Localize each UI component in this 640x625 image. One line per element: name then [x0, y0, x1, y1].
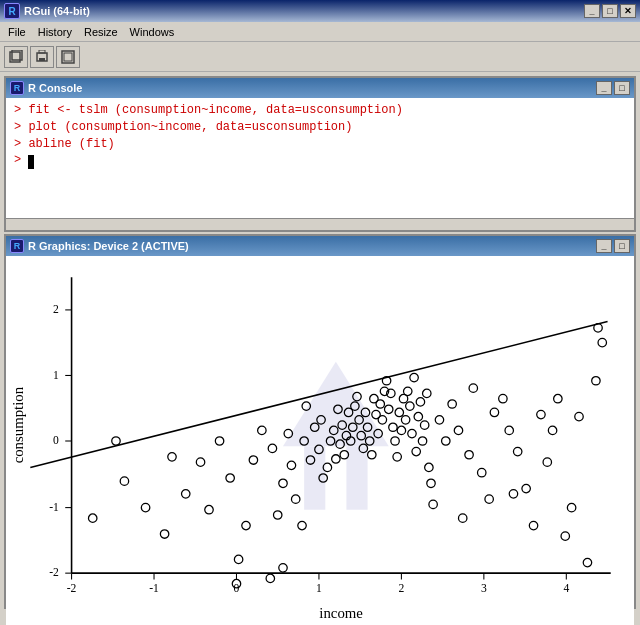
- svg-point-127: [485, 495, 493, 503]
- svg-point-130: [505, 426, 513, 434]
- svg-point-125: [469, 384, 477, 392]
- svg-text:0: 0: [53, 434, 59, 447]
- svg-text:-2: -2: [67, 582, 77, 595]
- svg-text:2: 2: [398, 582, 404, 595]
- console-line-3: > abline (fit): [14, 136, 626, 153]
- svg-point-119: [435, 416, 443, 424]
- app-icon: R: [4, 3, 20, 19]
- svg-point-40: [112, 437, 120, 445]
- svg-point-99: [389, 423, 397, 431]
- svg-point-42: [141, 503, 149, 511]
- svg-point-132: [513, 447, 521, 455]
- svg-text:2: 2: [53, 303, 59, 316]
- svg-text:income: income: [319, 605, 363, 621]
- svg-point-145: [594, 324, 602, 332]
- svg-point-111: [414, 412, 422, 420]
- svg-point-41: [120, 477, 128, 485]
- console-body[interactable]: > fit <- tslm (consumption~income, data=…: [6, 98, 634, 218]
- graphics-window: R R Graphics: Device 2 (ACTIVE) _ □ -2: [4, 234, 636, 609]
- svg-point-101: [393, 453, 401, 461]
- menu-history[interactable]: History: [32, 24, 78, 40]
- console-minimize[interactable]: _: [596, 81, 612, 95]
- svg-point-116: [425, 463, 433, 471]
- toolbar-btn-1[interactable]: [4, 46, 28, 68]
- svg-point-126: [478, 468, 486, 476]
- svg-point-136: [543, 458, 551, 466]
- console-icon: R: [10, 81, 24, 95]
- graphics-title-bar: R R Graphics: Device 2 (ACTIVE) _ □: [6, 236, 634, 256]
- svg-point-118: [429, 500, 437, 508]
- graphics-maximize[interactable]: □: [614, 239, 630, 253]
- graphics-title: R Graphics: Device 2 (ACTIVE): [28, 240, 596, 252]
- graphics-icon: R: [10, 239, 24, 253]
- console-window: R R Console _ □ > fit <- tslm (consumpti…: [4, 76, 636, 232]
- svg-point-103: [397, 426, 405, 434]
- svg-rect-8: [304, 446, 325, 509]
- app-title: RGui (64-bit): [24, 5, 584, 17]
- svg-point-53: [258, 426, 266, 434]
- svg-rect-6: [64, 53, 72, 61]
- console-cursor: [28, 155, 34, 169]
- graphics-minimize[interactable]: _: [596, 239, 612, 253]
- console-line-1: > fit <- tslm (consumption~income, data=…: [14, 102, 626, 119]
- svg-point-51: [242, 521, 250, 529]
- svg-rect-4: [39, 58, 45, 61]
- svg-point-55: [268, 444, 276, 452]
- title-bar: R RGui (64-bit) _ □ ✕: [0, 0, 640, 22]
- svg-text:-1: -1: [49, 501, 59, 514]
- svg-point-61: [298, 521, 306, 529]
- svg-point-93: [376, 400, 384, 408]
- svg-text:3: 3: [481, 582, 487, 595]
- svg-point-50: [234, 555, 242, 563]
- title-bar-controls: _ □ ✕: [584, 4, 636, 18]
- svg-point-143: [592, 377, 600, 385]
- console-scrollbar[interactable]: [6, 218, 634, 230]
- toolbar: [0, 42, 640, 72]
- svg-point-49: [226, 474, 234, 482]
- toolbar-btn-3[interactable]: [56, 46, 80, 68]
- svg-point-56: [273, 511, 281, 519]
- graphics-body: -2 -1 0 1 2 3 4 -2 -1 0 1 2: [6, 256, 634, 625]
- svg-point-39: [88, 514, 96, 522]
- toolbar-btn-2[interactable]: [30, 46, 54, 68]
- svg-text:1: 1: [53, 369, 59, 382]
- menu-file[interactable]: File: [2, 24, 32, 40]
- svg-point-46: [196, 458, 204, 466]
- svg-point-48: [215, 437, 223, 445]
- svg-point-124: [465, 451, 473, 459]
- svg-point-60: [291, 495, 299, 503]
- svg-point-131: [509, 490, 517, 498]
- menu-resize[interactable]: Resize: [78, 24, 124, 40]
- svg-point-72: [332, 455, 340, 463]
- svg-point-109: [410, 373, 418, 381]
- svg-point-43: [160, 530, 168, 538]
- graphics-controls: _ □: [596, 239, 630, 253]
- menu-windows[interactable]: Windows: [124, 24, 181, 40]
- svg-point-94: [378, 416, 386, 424]
- svg-point-45: [182, 490, 190, 498]
- menu-bar: File History Resize Windows: [0, 22, 640, 42]
- svg-point-107: [406, 402, 414, 410]
- svg-point-121: [448, 400, 456, 408]
- svg-point-122: [454, 426, 462, 434]
- svg-point-123: [458, 514, 466, 522]
- svg-point-110: [412, 447, 420, 455]
- minimize-button[interactable]: _: [584, 4, 600, 18]
- console-line-4: >: [14, 152, 626, 169]
- maximize-button[interactable]: □: [602, 4, 618, 18]
- svg-point-106: [404, 387, 412, 395]
- close-button[interactable]: ✕: [620, 4, 636, 18]
- svg-point-135: [537, 410, 545, 418]
- svg-point-139: [561, 532, 569, 540]
- svg-point-44: [168, 453, 176, 461]
- svg-point-89: [368, 451, 376, 459]
- console-maximize[interactable]: □: [614, 81, 630, 95]
- svg-point-142: [583, 558, 591, 566]
- svg-point-102: [395, 408, 403, 416]
- console-controls: _ □: [596, 81, 630, 95]
- svg-text:consumption: consumption: [10, 386, 26, 463]
- svg-text:-2: -2: [49, 566, 59, 579]
- svg-point-115: [423, 389, 431, 397]
- svg-point-128: [490, 408, 498, 416]
- svg-point-144: [598, 338, 606, 346]
